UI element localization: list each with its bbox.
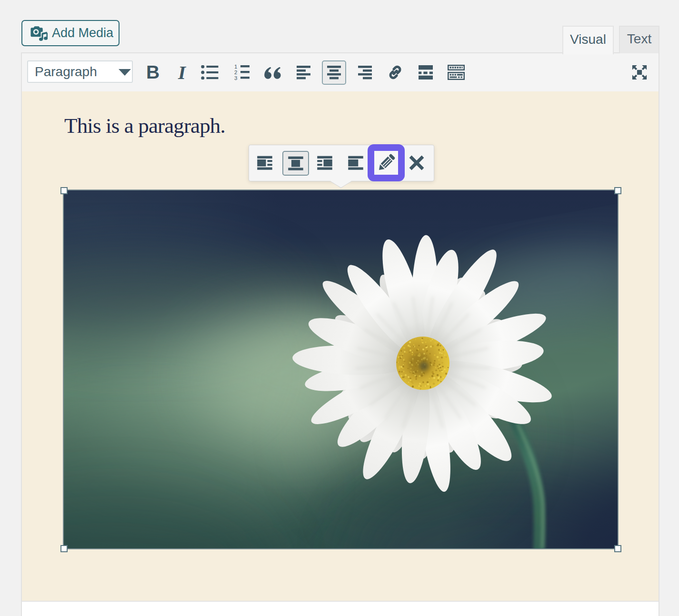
svg-text:3: 3	[234, 75, 237, 80]
svg-text:2: 2	[234, 70, 237, 75]
svg-text:1: 1	[234, 65, 237, 70]
